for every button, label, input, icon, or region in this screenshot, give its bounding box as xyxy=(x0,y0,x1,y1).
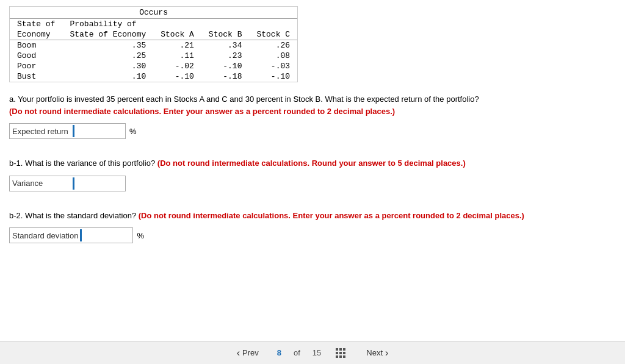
cell-stockC: .08 xyxy=(249,51,297,61)
cell-stockA: .21 xyxy=(153,40,201,51)
page-total: 15 xyxy=(312,348,321,357)
page-current: 8 xyxy=(277,348,281,357)
th-prob-of: Probability of xyxy=(62,19,153,29)
next-chevron-icon xyxy=(385,348,388,359)
cell-stockB: .23 xyxy=(201,51,250,61)
cell-stockC: .26 xyxy=(249,40,297,51)
cell-state: Boom xyxy=(10,40,62,51)
table-row: Boom.35.21.34.26 xyxy=(10,40,297,51)
cell-stockB: -.18 xyxy=(201,71,250,82)
question-b1-block: b-1. What is the variance of this portfo… xyxy=(9,157,616,191)
std-dev-pct: % xyxy=(137,231,144,240)
next-label: Next xyxy=(366,348,383,357)
th-stock-a-empty xyxy=(153,19,201,29)
question-b2-text: b-2. What is the standard deviation? (Do… xyxy=(9,210,616,222)
th-stock-b-empty xyxy=(201,19,250,29)
question-a-input-row: Expected return % xyxy=(9,123,616,139)
variance-field-wrapper: Variance xyxy=(9,176,126,191)
std-dev-field-wrapper: Standard deviation xyxy=(9,227,133,243)
expected-return-input[interactable] xyxy=(76,124,125,138)
cell-stockB: -.10 xyxy=(201,61,250,71)
prev-label: Prev xyxy=(242,348,259,357)
question-b1-instruction: (Do not round intermediate calculations.… xyxy=(157,159,466,168)
th-state-of: State of xyxy=(10,19,62,29)
cell-state: Poor xyxy=(10,61,62,71)
table-row: Poor.30-.02-.10-.03 xyxy=(10,61,297,71)
th-state-of-economy: State of Economy xyxy=(62,29,153,40)
page-container: Occurs State of Probability of Economy S… xyxy=(0,0,625,298)
question-b1-text: b-1. What is the variance of this portfo… xyxy=(9,157,616,170)
question-b2-label: b-2. xyxy=(9,211,23,220)
th-stock-c-empty xyxy=(249,19,297,29)
variance-cursor xyxy=(73,177,74,190)
grid-icon[interactable] xyxy=(336,348,345,358)
th-stock-b: Stock B xyxy=(201,29,250,40)
next-button[interactable]: Next xyxy=(360,345,394,361)
question-a-label: a. xyxy=(9,95,16,104)
question-b2-body: What is the standard deviation? xyxy=(25,211,136,220)
variance-label: Variance xyxy=(10,179,71,188)
question-b1-body: What is the variance of this portfolio? xyxy=(25,159,155,168)
cell-stockC: -.03 xyxy=(249,61,297,71)
cell-stockA: .11 xyxy=(153,51,201,61)
question-b1-input-row: Variance xyxy=(9,176,616,191)
table-row: Bust.10-.10-.18-.10 xyxy=(10,71,297,82)
th-economy: Economy xyxy=(10,29,62,40)
question-a-instruction: (Do not round intermediate calculations.… xyxy=(9,107,395,116)
std-dev-cursor xyxy=(80,229,82,241)
variance-input[interactable] xyxy=(76,176,125,191)
expected-return-pct: % xyxy=(129,127,137,136)
question-b1-label: b-1. xyxy=(9,159,23,168)
cell-prob: .25 xyxy=(62,51,153,61)
expected-return-label: Expected return xyxy=(10,127,71,136)
cell-state: Good xyxy=(10,51,62,61)
prev-chevron-icon xyxy=(237,348,240,359)
expected-return-cursor xyxy=(73,125,74,137)
cell-prob: .30 xyxy=(62,61,153,71)
question-b2-input-row: Standard deviation % xyxy=(9,227,616,243)
cell-state: Bust xyxy=(10,71,62,82)
occurs-header: Occurs xyxy=(10,7,297,19)
std-dev-input[interactable] xyxy=(84,228,132,243)
cell-prob: .35 xyxy=(62,40,153,51)
table-wrapper: Occurs State of Probability of Economy S… xyxy=(9,6,298,82)
question-b2-instruction: (Do not round intermediate calculations.… xyxy=(139,211,524,220)
table-row: Good.25.11.23.08 xyxy=(10,51,297,61)
question-a-text: a. Your portfolio is invested 35 percent… xyxy=(9,93,616,117)
prev-button[interactable]: Prev xyxy=(231,345,265,361)
cell-stockA: -.10 xyxy=(153,71,201,82)
cell-stockB: .34 xyxy=(201,40,250,51)
question-a-body: Your portfolio is invested 35 percent ea… xyxy=(18,95,479,104)
nav-footer: Prev 8 of 15 Next xyxy=(0,341,625,364)
th-stock-a: Stock A xyxy=(153,29,201,40)
question-b2-block: b-2. What is the standard deviation? (Do… xyxy=(9,210,616,244)
page-of: of xyxy=(294,348,300,357)
cell-prob: .10 xyxy=(62,71,153,82)
question-a-block: a. Your portfolio is invested 35 percent… xyxy=(9,93,616,139)
std-dev-label: Standard deviation xyxy=(10,231,78,240)
data-table: State of Probability of Economy State of… xyxy=(10,19,297,82)
cell-stockA: -.02 xyxy=(153,61,201,71)
expected-return-field-wrapper: Expected return xyxy=(9,123,126,139)
cell-stockC: -.10 xyxy=(249,71,297,82)
th-stock-c: Stock C xyxy=(249,29,297,40)
